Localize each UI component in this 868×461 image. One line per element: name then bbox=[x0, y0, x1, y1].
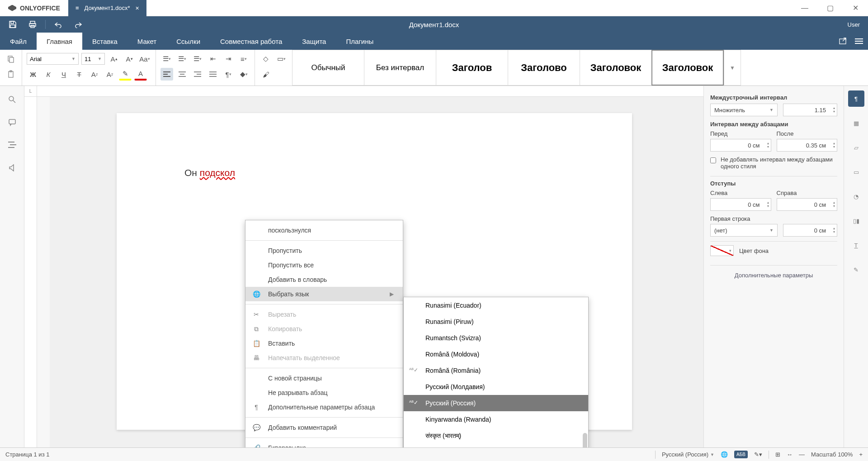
style-heading1[interactable]: Заголов bbox=[436, 50, 508, 86]
spacing-before-input[interactable]: 0 см bbox=[710, 139, 771, 152]
table-tab-icon[interactable]: ▦ bbox=[848, 115, 864, 131]
style-heading3[interactable]: Заголовок bbox=[580, 50, 652, 86]
highlight-button[interactable]: ✎ bbox=[119, 68, 132, 81]
vertical-ruler[interactable] bbox=[37, 97, 50, 447]
style-gallery-dropdown[interactable]: ▼ bbox=[724, 50, 741, 86]
language-option[interactable]: ᴬᴮ✓Română (România) bbox=[404, 362, 588, 379]
line-spacing-button[interactable]: ≡▾ bbox=[237, 52, 250, 65]
feedback-icon[interactable] bbox=[6, 161, 19, 174]
maximize-button[interactable]: ▢ bbox=[817, 0, 843, 16]
subscript-button[interactable]: A2 bbox=[104, 68, 116, 81]
horizontal-ruler[interactable] bbox=[37, 86, 703, 97]
tab-file[interactable]: Файл bbox=[0, 33, 37, 50]
cm-item[interactable]: 📋Вставить bbox=[245, 336, 403, 351]
tab-plugins[interactable]: Плагины bbox=[336, 33, 383, 50]
language-option[interactable]: संस्कृत (भारतम्) bbox=[404, 428, 588, 444]
line-spacing-mode[interactable]: Множитель▼ bbox=[710, 104, 778, 116]
insert-field-button[interactable]: ▭▾ bbox=[275, 52, 288, 65]
cm-item[interactable]: ¶Дополнительные параметры абзаца bbox=[245, 400, 403, 414]
style-heading4[interactable]: Заголовок bbox=[651, 50, 724, 86]
language-option[interactable]: ᴬᴮ✓Русский (Россия) bbox=[404, 395, 588, 411]
spellcheck-toggle-icon[interactable]: АБВ bbox=[734, 451, 748, 458]
language-option[interactable]: Rumantsch (Svizra) bbox=[404, 330, 588, 346]
align-left-button[interactable] bbox=[160, 68, 173, 81]
user-label[interactable]: User bbox=[848, 21, 864, 28]
clear-style-button[interactable]: ◇ bbox=[259, 52, 272, 65]
language-option[interactable]: Kinyarwanda (Rwanda) bbox=[404, 411, 588, 428]
decrease-font-button[interactable]: A▾ bbox=[123, 52, 136, 65]
shape-tab-icon[interactable]: ◔ bbox=[848, 188, 864, 204]
spellcheck-status-icon[interactable]: 🌐 bbox=[721, 451, 728, 458]
bg-color-swatch[interactable]: ▾ bbox=[710, 245, 734, 256]
indent-left-input[interactable]: 0 см bbox=[710, 198, 771, 211]
numbering-button[interactable]: ☰▾ bbox=[176, 52, 189, 65]
cm-item[interactable]: 💬Добавить комментарий bbox=[245, 420, 403, 435]
first-line-value[interactable]: 0 см bbox=[783, 224, 837, 237]
tab-references[interactable]: Ссылки bbox=[166, 33, 210, 50]
advanced-settings-link[interactable]: Дополнительные параметры bbox=[710, 265, 837, 279]
save-button[interactable] bbox=[4, 17, 22, 32]
close-window-button[interactable]: ✕ bbox=[843, 0, 868, 16]
style-normal[interactable]: Обычный bbox=[292, 50, 364, 86]
tab-layout[interactable]: Макет bbox=[127, 33, 166, 50]
signature-tab-icon[interactable]: ✎ bbox=[848, 261, 864, 278]
open-location-icon[interactable] bbox=[836, 35, 849, 48]
page-status[interactable]: Страница 1 из 1 bbox=[5, 451, 49, 458]
increase-indent-button[interactable]: ⇥ bbox=[222, 52, 235, 65]
style-no-spacing[interactable]: Без интервал bbox=[364, 50, 436, 86]
zoom-level[interactable]: Масштаб 100% bbox=[811, 451, 853, 458]
spelling-error[interactable]: подскол bbox=[200, 167, 235, 178]
language-status[interactable]: Русский (Россия) ▼ bbox=[662, 451, 714, 458]
font-name-select[interactable]: Arial▼ bbox=[27, 53, 79, 65]
cm-item[interactable]: С новой страницы bbox=[245, 371, 403, 385]
bullets-button[interactable]: ☰▾ bbox=[160, 52, 173, 65]
cm-item[interactable]: Пропустить все bbox=[245, 258, 403, 272]
decrease-indent-button[interactable]: ⇤ bbox=[207, 52, 219, 65]
multilevel-button[interactable]: ☰▾ bbox=[191, 52, 204, 65]
tab-collaboration[interactable]: Совместная работа bbox=[210, 33, 292, 50]
minimize-button[interactable]: — bbox=[792, 0, 817, 16]
close-tab-icon[interactable]: × bbox=[136, 5, 139, 12]
track-changes-icon[interactable]: ✎▾ bbox=[754, 451, 762, 458]
align-center-button[interactable] bbox=[176, 68, 189, 81]
search-icon[interactable] bbox=[6, 93, 19, 106]
chart-tab-icon[interactable]: ▯▮ bbox=[848, 213, 864, 229]
submenu-scrollbar[interactable] bbox=[583, 433, 587, 447]
cm-item[interactable]: Добавить в словарь bbox=[245, 272, 403, 287]
editor-canvas[interactable]: L Он подскол поскользнулся ПропуститьПро… bbox=[24, 86, 703, 447]
bold-button[interactable]: Ж bbox=[27, 68, 39, 81]
headings-icon[interactable] bbox=[6, 138, 19, 151]
spacing-after-input[interactable]: 0.35 см bbox=[777, 139, 838, 152]
print-button[interactable] bbox=[24, 17, 42, 32]
cm-item[interactable]: 🌐Выбрать язык▶ bbox=[245, 287, 403, 301]
indent-right-input[interactable]: 0 см bbox=[777, 198, 838, 211]
nonprinting-button[interactable]: ¶▾ bbox=[222, 68, 235, 81]
tab-protection[interactable]: Защита bbox=[292, 33, 336, 50]
language-option[interactable]: Runasimi (Ecuador) bbox=[404, 297, 588, 314]
undo-button[interactable] bbox=[49, 17, 67, 32]
underline-button[interactable]: Ч bbox=[57, 68, 70, 81]
copy-style-button[interactable]: 🖌 bbox=[259, 68, 272, 81]
increase-font-button[interactable]: A▴ bbox=[108, 52, 120, 65]
italic-button[interactable]: К bbox=[42, 68, 55, 81]
tab-insert[interactable]: Вставка bbox=[82, 33, 127, 50]
strikethrough-button[interactable]: Т bbox=[73, 68, 85, 81]
view-settings-icon[interactable] bbox=[853, 35, 865, 48]
tab-home[interactable]: Главная bbox=[37, 33, 82, 50]
image-tab-icon[interactable]: ▱ bbox=[848, 139, 864, 156]
superscript-button[interactable]: A2 bbox=[88, 68, 101, 81]
style-heading2[interactable]: Заголово bbox=[508, 50, 580, 86]
redo-button[interactable] bbox=[69, 17, 87, 32]
cm-item[interactable]: Пропустить bbox=[245, 243, 403, 258]
change-case-button[interactable]: Aa▾ bbox=[138, 52, 151, 65]
language-option[interactable]: Runasimi (Piruw) bbox=[404, 314, 588, 330]
language-option[interactable]: Русский (Молдавия) bbox=[404, 379, 588, 395]
language-option[interactable]: Саха (Россия) bbox=[404, 444, 588, 447]
no-space-same-style-checkbox[interactable] bbox=[710, 157, 716, 163]
zoom-out-button[interactable]: — bbox=[799, 451, 805, 458]
comments-icon[interactable] bbox=[6, 116, 19, 128]
align-right-button[interactable] bbox=[191, 68, 204, 81]
fit-page-icon[interactable]: ⊞ bbox=[775, 451, 780, 458]
align-justify-button[interactable] bbox=[207, 68, 219, 81]
shading-button[interactable]: ◆▾ bbox=[237, 68, 250, 81]
